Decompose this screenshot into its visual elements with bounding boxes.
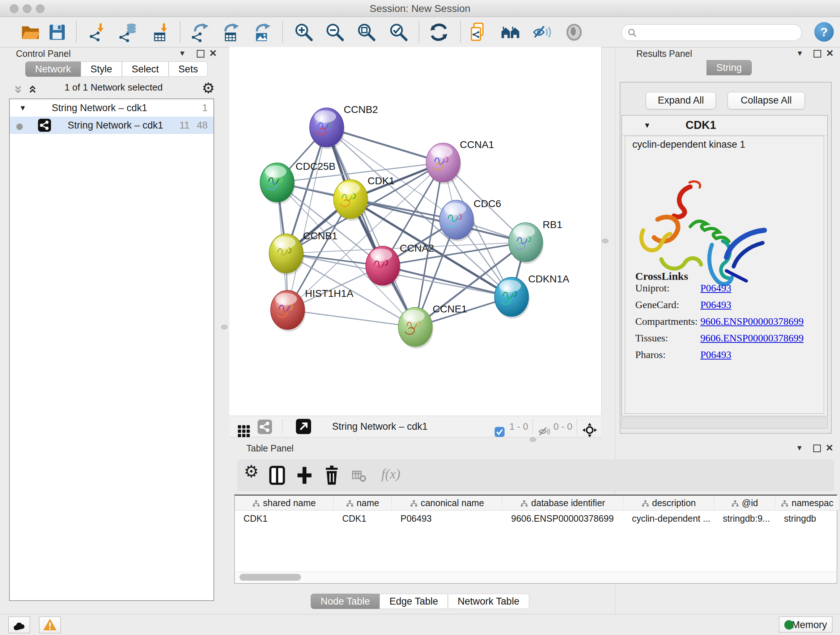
panel-close-icon[interactable]: ✕ (826, 48, 834, 59)
network-node-CCNA2[interactable] (366, 246, 401, 287)
column-header-description[interactable]: description (623, 496, 714, 510)
panel-float-icon[interactable] (813, 50, 821, 59)
open-string-file-icon[interactable] (468, 22, 488, 42)
import-network-file-icon[interactable] (88, 22, 108, 42)
collapse-all-icon[interactable] (13, 85, 23, 95)
panel-menu-icon[interactable]: ▼ (796, 49, 804, 57)
memory-button[interactable]: Memory (779, 616, 832, 632)
column-header-name[interactable]: name (333, 496, 392, 510)
node-label-CCNA2: CCNA2 (400, 242, 434, 254)
search-input[interactable] (622, 24, 802, 41)
network-node-CDK1[interactable] (333, 180, 369, 221)
network-node-CCNB1[interactable] (269, 234, 304, 275)
results-scrollbar[interactable] (622, 418, 828, 429)
gear-icon[interactable]: ⚙ (244, 462, 259, 481)
network-canvas[interactable]: CCNB2CCNA1CDC25BCDK1CDC6RB1CCNB1CCNA2CDK… (229, 47, 602, 416)
table-cell[interactable]: CDK1 (333, 510, 392, 526)
tab-network-table[interactable]: Network Table (448, 594, 529, 609)
network-node-CCNA1[interactable] (426, 143, 461, 184)
network-edge-HIST1H1A-CCNE1[interactable] (287, 310, 415, 327)
crosslink-link[interactable]: 9606.ENSP00000378699 (700, 316, 804, 327)
panel-close-icon[interactable]: ✕ (209, 48, 217, 59)
table-hscroll-thumb[interactable] (240, 574, 301, 581)
tab-string[interactable]: String (706, 60, 752, 75)
network-node-CCNB2[interactable] (309, 108, 345, 149)
open-session-icon[interactable] (20, 22, 41, 42)
tab-network[interactable]: Network (25, 62, 81, 77)
table-hscrollbar[interactable] (235, 572, 836, 583)
fit-content-crosshair-icon[interactable] (583, 420, 597, 440)
zoom-fit-icon[interactable] (356, 22, 377, 42)
hidden-eye-icon[interactable] (538, 421, 550, 442)
table-cell[interactable]: stringdb:9... (714, 510, 775, 526)
splitter-handle[interactable] (221, 325, 227, 329)
string-badge-icon[interactable] (257, 420, 272, 434)
panel-menu-icon[interactable]: ▼ (796, 444, 803, 452)
panel-float-icon[interactable] (197, 50, 204, 59)
column-header--id[interactable]: @id (714, 496, 775, 510)
delete-column-icon[interactable] (322, 465, 342, 486)
string-home-icon[interactable] (501, 22, 521, 42)
export-table-icon[interactable] (220, 22, 240, 42)
panel-close-icon[interactable]: ✕ (826, 442, 834, 454)
toolbar-separator (418, 21, 419, 42)
network-node-RB1[interactable] (508, 223, 544, 264)
table-cell[interactable]: cyclin-dependent ... (623, 510, 714, 526)
footer-separator (282, 419, 283, 434)
selected-checkbox-icon[interactable] (494, 421, 505, 442)
zoom-selected-icon[interactable] (388, 22, 409, 42)
column-header-canonical-name[interactable]: canonical name (392, 496, 502, 510)
tab-node-table[interactable]: Node Table (311, 594, 379, 609)
panel-float-icon[interactable] (813, 445, 821, 454)
show-graphics-icon[interactable] (564, 22, 584, 42)
tab-select[interactable]: Select (122, 62, 169, 77)
gear-icon[interactable]: ⚙ (202, 80, 215, 96)
network-row[interactable]: String Network – cdk1 11 48 (10, 117, 213, 134)
network-edge-CCNB2-HIST1H1A[interactable] (287, 127, 327, 310)
export-view-icon[interactable] (296, 419, 311, 434)
panel-menu-icon[interactable]: ▼ (179, 49, 186, 57)
birdseye-grid-icon[interactable] (237, 421, 250, 442)
export-network-icon[interactable] (190, 22, 210, 42)
table-cell[interactable]: CDK1 (235, 510, 333, 526)
network-node-CCNE1[interactable] (398, 307, 433, 348)
expand-all-button[interactable]: Expand All (646, 92, 716, 109)
table-cell[interactable]: 9606.ENSP00000378699 (502, 510, 623, 526)
table-cell[interactable]: P06493 (392, 510, 502, 526)
function-builder-icon-disabled: f(x) (381, 466, 401, 482)
cloud-button[interactable] (8, 616, 30, 633)
column-tree-icon (346, 500, 354, 508)
network-collection-row[interactable]: ▼ String Network – cdk1 1 (10, 99, 213, 117)
column-header-namespac[interactable]: namespac (775, 496, 839, 510)
protein-section-header[interactable]: ▼ CDK1 (622, 116, 827, 135)
collapse-triangle-icon[interactable]: ▼ (19, 99, 27, 117)
zoom-out-icon[interactable] (325, 22, 345, 42)
tab-sets[interactable]: Sets (169, 62, 208, 77)
help-button[interactable]: ? (814, 22, 834, 42)
add-column-icon[interactable] (294, 465, 314, 486)
import-table-file-icon[interactable] (151, 22, 172, 42)
collapse-triangle-icon[interactable]: ▼ (644, 116, 651, 135)
crosslink-link[interactable]: P06493 (700, 299, 731, 310)
zoom-in-icon[interactable] (294, 22, 314, 42)
save-session-icon[interactable] (47, 22, 67, 42)
columns-icon[interactable] (267, 465, 287, 486)
crosslink-link[interactable]: 9606.ENSP00000378699 (700, 333, 804, 344)
network-node-HIST1H1A[interactable] (271, 290, 306, 332)
tab-style[interactable]: Style (81, 62, 122, 77)
crosslink-link[interactable]: P06493 (700, 349, 731, 360)
warnings-button[interactable] (39, 616, 61, 633)
collapse-all-button[interactable]: Collapse All (728, 92, 805, 109)
tab-edge-table[interactable]: Edge Table (379, 594, 448, 609)
export-image-icon[interactable] (252, 22, 272, 42)
column-header-shared-name[interactable]: shared name (235, 496, 333, 510)
splitter-handle[interactable] (602, 239, 608, 243)
column-header-database-identifier[interactable]: database identifier (502, 496, 623, 510)
hide-unhide-icon[interactable] (532, 22, 553, 42)
network-node-CDKN1A[interactable] (494, 277, 530, 318)
crosslink-link[interactable]: P06493 (700, 282, 731, 294)
expand-all-icon[interactable] (27, 85, 38, 95)
refresh-icon[interactable] (429, 22, 449, 42)
import-network-database-icon[interactable] (118, 22, 139, 42)
table-cell[interactable]: stringdb (775, 510, 839, 526)
